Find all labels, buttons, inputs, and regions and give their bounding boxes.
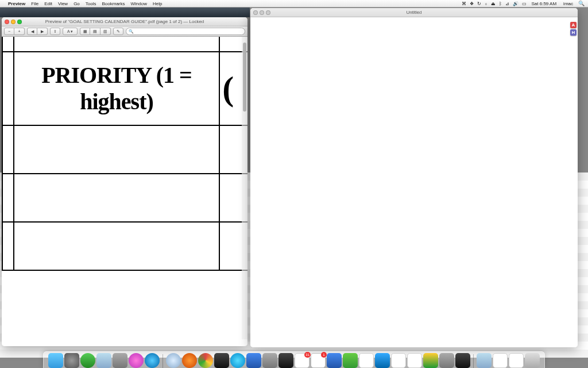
preview-window: Preview of "GOAL SETTING CALENDAR GUIDE"… [2, 17, 247, 346]
status-icon[interactable]: ❖ [470, 1, 474, 6]
next-page-button[interactable]: ▶ [37, 28, 48, 35]
dock-downloads[interactable] [477, 353, 492, 368]
close-button[interactable] [253, 10, 258, 15]
dock-textedit[interactable] [407, 353, 422, 368]
preview-toolbar: − + ◀ ▶ ⇪ A ▾ ▦ ▤ ▥ ✎ 🔍 [2, 26, 247, 37]
menu-view[interactable]: View [58, 1, 68, 6]
dock-app-10[interactable] [455, 353, 470, 368]
menu-window[interactable]: Window [131, 1, 147, 6]
bluetooth-icon[interactable]: ᛒ [499, 1, 502, 6]
dock-app-5[interactable]: 31 [295, 353, 310, 368]
minimize-button[interactable] [260, 10, 264, 15]
dock-app-8[interactable] [359, 353, 374, 368]
dock-separator [163, 354, 163, 368]
dock-skype[interactable] [230, 353, 245, 368]
dock-app-7[interactable] [327, 353, 342, 368]
dock-area: 31 1 [0, 348, 588, 368]
zoom-button[interactable] [17, 20, 22, 24]
dock-app-9[interactable] [391, 353, 406, 368]
textedit-title: Untitled [250, 10, 578, 15]
dock-doc-2[interactable] [509, 353, 524, 368]
status-icon-2[interactable]: ⬨ [485, 1, 488, 6]
dock-app-3[interactable] [246, 353, 261, 368]
ruler-marker-a[interactable]: A [570, 22, 577, 28]
dock-appstore[interactable] [145, 353, 160, 368]
badge-icon: 1 [321, 352, 327, 358]
menu-help[interactable]: Help [153, 1, 162, 6]
close-button[interactable] [5, 20, 9, 24]
zoom-out-button[interactable]: − [4, 28, 14, 35]
dock-utorrent[interactable] [80, 353, 95, 368]
highlight-button[interactable]: A ▾ [63, 28, 78, 35]
dropbox-icon[interactable]: ⌘ [462, 1, 466, 6]
menu-bookmarks[interactable]: Bookmarks [102, 1, 125, 6]
badge-icon: 31 [304, 352, 311, 358]
dock-itunes[interactable] [129, 353, 144, 368]
pdf-cell-priority: PRIORITY (1 = highest) [14, 52, 219, 125]
pdf-viewport[interactable]: D PRIORITY (1 = highest)( [2, 37, 247, 346]
menu-clock[interactable]: Sat 6:59 AM [532, 1, 557, 6]
textedit-window: Untitled A H [250, 8, 578, 347]
dock-app-4[interactable] [262, 353, 277, 368]
dock-evernote[interactable] [343, 353, 358, 368]
textedit-titlebar[interactable]: Untitled [250, 8, 578, 17]
search-field[interactable]: 🔍 [126, 28, 245, 35]
dock-doc-1[interactable] [493, 353, 508, 368]
dock-drive[interactable] [423, 353, 438, 368]
eject-icon[interactable]: ⏏ [491, 1, 496, 6]
dock: 31 1 [43, 351, 545, 368]
dock-trash[interactable] [525, 353, 540, 368]
spotlight-icon[interactable]: 🔍 [578, 1, 585, 6]
dock-app-6[interactable]: 1 [311, 353, 326, 368]
battery-icon[interactable]: ▭ [522, 1, 527, 6]
dock-finder[interactable] [48, 353, 63, 368]
share-button[interactable]: ⇪ [50, 28, 60, 35]
menu-file[interactable]: File [31, 1, 38, 6]
ruler-marker-h[interactable]: H [570, 29, 577, 36]
dock-terminal[interactable] [278, 353, 293, 368]
view-mode-2[interactable]: ▤ [90, 28, 100, 35]
preview-scrollbar[interactable] [242, 37, 247, 339]
dock-preview[interactable] [439, 353, 454, 368]
wifi-icon[interactable]: ⊿ [505, 1, 509, 6]
dock-safari[interactable] [166, 353, 181, 368]
view-mode-1[interactable]: ▦ [80, 28, 90, 35]
menu-go[interactable]: Go [74, 1, 80, 6]
prev-page-button[interactable]: ◀ [27, 28, 37, 35]
dock-separator-2 [473, 354, 474, 368]
volume-icon[interactable]: 🔊 [513, 1, 519, 6]
menu-tools[interactable]: Tools [86, 1, 96, 6]
preview-titlebar[interactable]: Preview of "GOAL SETTING CALENDAR GUIDE"… [2, 17, 247, 26]
menu-edit[interactable]: Edit [44, 1, 52, 6]
minimize-button[interactable] [11, 20, 16, 24]
app-menu[interactable]: Preview [8, 1, 25, 6]
zoom-button[interactable] [266, 10, 270, 15]
menu-bar: Preview File Edit View Go Tools Bookmark… [0, 0, 588, 7]
dock-firefox[interactable] [182, 353, 197, 368]
pdf-page: D PRIORITY (1 = highest)( [2, 37, 247, 271]
preview-title: Preview of "GOAL SETTING CALENDAR GUIDE"… [2, 19, 247, 24]
pdf-table: D PRIORITY (1 = highest)( [2, 37, 247, 271]
textedit-content[interactable]: A H [250, 17, 578, 347]
dock-app-2[interactable] [214, 353, 229, 368]
dock-chrome[interactable] [198, 353, 213, 368]
menu-user[interactable]: imac [563, 1, 573, 6]
dock-app-1[interactable] [113, 353, 127, 368]
view-mode-3[interactable]: ▥ [100, 28, 111, 35]
edit-button[interactable]: ✎ [113, 28, 123, 35]
dock-launchpad[interactable] [64, 353, 79, 368]
zoom-in-button[interactable]: + [14, 28, 25, 35]
dock-folder[interactable] [96, 353, 111, 368]
sync-icon[interactable]: ↻ [477, 1, 481, 6]
background-dark-window [0, 7, 250, 17]
scrollbar-thumb[interactable] [243, 43, 246, 112]
dock-word[interactable] [375, 353, 390, 368]
